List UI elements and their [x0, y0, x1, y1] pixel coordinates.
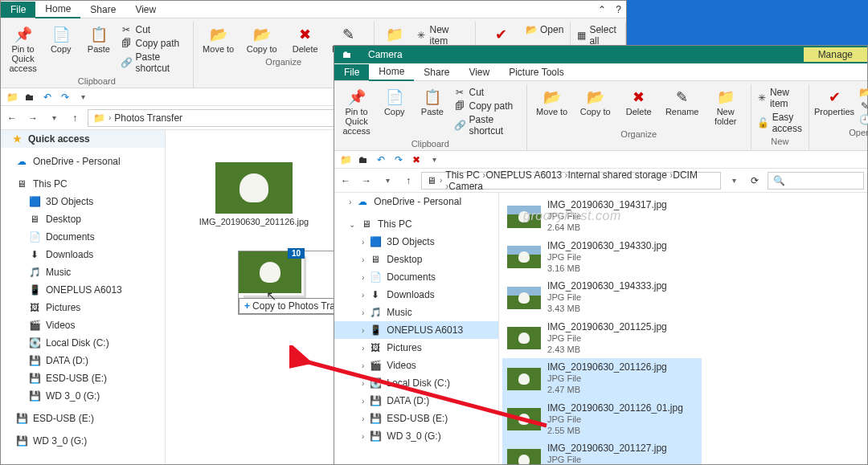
- nav-wd[interactable]: 💾WD 3_0 (G:): [1, 432, 165, 450]
- nav-item[interactable]: ›🖼Pictures: [334, 339, 498, 357]
- nav-pane[interactable]: ★Quick access ☁OneDrive - Personal 🖥This…: [1, 130, 166, 464]
- history-button[interactable]: 🕘History: [858, 113, 868, 126]
- nav-item[interactable]: ›💾ESD-USB (E:): [334, 410, 498, 427]
- nav-item[interactable]: ›🎬Videos: [334, 357, 498, 374]
- qat-more-icon[interactable]: ▾: [76, 91, 89, 104]
- redo-icon[interactable]: ↷: [59, 91, 72, 104]
- nav-item[interactable]: 🖥Desktop: [1, 210, 165, 228]
- nav-item[interactable]: ›💾WD 3_0 (G:): [334, 427, 498, 445]
- new-item-button[interactable]: ✳New item: [756, 86, 804, 110]
- paste-button[interactable]: 📋Paste: [81, 23, 116, 55]
- file-item[interactable]: IMG_20190630_201126.jpgJPG File2.47 MB: [502, 358, 702, 399]
- delete-button[interactable]: ✖Delete: [285, 23, 326, 55]
- share-tab[interactable]: Share: [414, 64, 459, 80]
- qat-newfolder-icon[interactable]: 🖿: [23, 91, 36, 104]
- copy-button[interactable]: 📄Copy: [377, 86, 411, 118]
- back-icon[interactable]: ←: [4, 110, 20, 126]
- paste-shortcut-button[interactable]: 🔗Paste shortcut: [452, 113, 521, 137]
- up-icon[interactable]: ↑: [67, 110, 83, 126]
- nav-item[interactable]: 💽Local Disk (C:): [1, 334, 165, 352]
- file-item[interactable]: IMG_20190630_201127.jpgJPG File2.47 MB: [502, 439, 702, 464]
- home-tab[interactable]: Home: [35, 1, 80, 18]
- nav-item[interactable]: 🖼Pictures: [1, 299, 165, 316]
- cut-button[interactable]: ✂Cut: [119, 23, 187, 36]
- nav-item[interactable]: 🎬Videos: [1, 316, 165, 334]
- nav-item[interactable]: 💾DATA (D:): [1, 352, 165, 369]
- file-item[interactable]: IMG_20190630_201125.jpgJPG File2.43 MB: [502, 318, 702, 359]
- paste-button[interactable]: 📋Paste: [415, 86, 449, 118]
- copy-to-button[interactable]: 📂Copy to: [575, 86, 616, 118]
- nav-item[interactable]: ›📄Documents: [334, 268, 498, 286]
- easy-access-button[interactable]: 🔓Easy access: [756, 111, 804, 135]
- file-item[interactable]: IMG_20190630_194333.jpgJPG File3.43 MB: [502, 277, 702, 318]
- copy-path-button[interactable]: 🗐Copy path: [119, 37, 187, 50]
- nav-thispc[interactable]: 🖥This PC: [1, 175, 165, 193]
- nav-item[interactable]: 💾ESD-USB (E:): [1, 369, 165, 387]
- nav-item[interactable]: ›⬇Downloads: [334, 286, 498, 304]
- new-folder-button[interactable]: 📁New folder: [706, 86, 746, 128]
- nav-item[interactable]: ›📱ONEPLUS A6013: [334, 321, 498, 339]
- move-to-button[interactable]: 📂Move to: [199, 23, 239, 55]
- cut-button[interactable]: ✂Cut: [452, 86, 521, 99]
- file-tile[interactable]: IMG_20190630_201126.jpg: [198, 162, 310, 226]
- help-button[interactable]: ?: [611, 2, 626, 17]
- history-dd-icon[interactable]: ▾: [46, 110, 62, 126]
- breadcrumb[interactable]: Internal shared storage: [567, 169, 673, 181]
- manage-tab[interactable]: Manage: [804, 47, 867, 62]
- copy-to-button[interactable]: 📂Copy to: [242, 23, 282, 55]
- view-tab[interactable]: View: [459, 64, 499, 80]
- history-dd-icon[interactable]: ▾: [379, 173, 395, 189]
- breadcrumb[interactable]: This PC: [445, 169, 485, 181]
- nav-item[interactable]: ›🎵Music: [334, 304, 498, 321]
- edit-button[interactable]: ✎Edit: [858, 100, 868, 112]
- file-item[interactable]: IMG_20190630_194317.jpgJPG File2.64 MB: [502, 196, 702, 237]
- nav-item[interactable]: ›🖥Desktop: [334, 251, 498, 268]
- select-all-button[interactable]: ▦Select all: [575, 23, 620, 47]
- nav-esd[interactable]: 💾ESD-USB (E:): [1, 410, 165, 427]
- nav-onedrive[interactable]: ›☁OneDrive - Personal: [334, 193, 498, 210]
- forward-icon[interactable]: →: [25, 110, 41, 126]
- nav-item[interactable]: ⬇Downloads: [1, 246, 165, 263]
- breadcrumb[interactable]: ONEPLUS A6013: [485, 169, 567, 181]
- pin-quick-access-button[interactable]: 📌Pin to Quick access: [6, 23, 40, 75]
- paste-shortcut-button[interactable]: 🔗Paste shortcut: [119, 51, 187, 75]
- address-dd-icon[interactable]: ▾: [726, 173, 742, 189]
- file-item[interactable]: IMG_20190630_194330.jpgJPG File3.16 MB: [502, 237, 702, 278]
- nav-item[interactable]: 📱ONEPLUS A6013: [1, 281, 165, 299]
- nav-pane[interactable]: ›☁OneDrive - Personal ⌄🖥This PC ›🟦3D Obj…: [334, 193, 499, 464]
- file-item[interactable]: IMG_20190630_201126_01.jpgJPG File2.55 M…: [502, 399, 702, 440]
- breadcrumb[interactable]: Camera: [448, 181, 483, 192]
- copy-path-button[interactable]: 🗐Copy path: [452, 100, 521, 112]
- nav-item[interactable]: ›💾DATA (D:): [334, 392, 498, 410]
- qat-delete-icon[interactable]: ✖: [410, 153, 423, 166]
- new-item-button[interactable]: ✳New item: [414, 23, 470, 47]
- nav-item[interactable]: ›💽Local Disk (C:): [334, 374, 498, 392]
- copy-button[interactable]: 📄Copy: [43, 23, 78, 55]
- ribbon-collapse[interactable]: ⌃: [593, 2, 611, 17]
- refresh-icon[interactable]: ⟳: [747, 173, 763, 189]
- forward-icon[interactable]: →: [358, 173, 375, 189]
- search-box[interactable]: 🔍: [768, 172, 864, 190]
- move-to-button[interactable]: 📂Move to: [532, 86, 572, 118]
- pin-quick-access-button[interactable]: 📌Pin to Quick access: [339, 86, 374, 137]
- up-icon[interactable]: ↑: [400, 173, 416, 189]
- quick-access-header[interactable]: ★Quick access: [1, 130, 165, 148]
- rename-button[interactable]: ✎Rename: [662, 86, 702, 118]
- properties-button[interactable]: ✔: [481, 23, 521, 46]
- open-button[interactable]: 📂Open: [524, 23, 565, 36]
- properties-button[interactable]: ✔Properties: [814, 86, 854, 118]
- nav-item[interactable]: 📄Documents: [1, 228, 165, 246]
- file-tab[interactable]: File: [334, 64, 369, 80]
- home-tab[interactable]: Home: [369, 63, 414, 81]
- view-tab[interactable]: View: [125, 2, 166, 18]
- nav-thispc[interactable]: ⌄🖥This PC: [334, 215, 498, 233]
- qat-more-icon[interactable]: ▾: [428, 153, 440, 166]
- nav-onedrive[interactable]: ☁OneDrive - Personal: [1, 153, 165, 170]
- delete-button[interactable]: ✖Delete: [619, 86, 659, 118]
- nav-item[interactable]: 💾WD 3_0 (G:): [1, 387, 165, 405]
- nav-item[interactable]: 🟦3D Objects: [1, 193, 165, 210]
- undo-icon[interactable]: ↶: [41, 91, 54, 104]
- content-pane[interactable]: groovyPost.com IMG_20190630_194317.jpgJP…: [499, 193, 867, 464]
- breadcrumb[interactable]: Photos Transfer: [114, 112, 182, 124]
- share-tab[interactable]: Share: [80, 2, 125, 18]
